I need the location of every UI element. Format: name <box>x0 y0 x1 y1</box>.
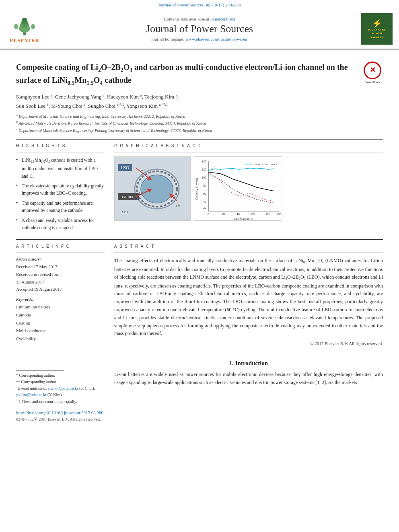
svg-point-13 <box>141 175 173 203</box>
highlights-section-header: H I G H L I G H T S <box>16 144 105 148</box>
logo-text-line3: SOURCES <box>370 36 383 39</box>
svg-point-4 <box>22 18 27 22</box>
journal-name-heading: Journal of Power Sources <box>47 23 352 35</box>
journal-citation-text: Journal of Power Sources 365 (2017) 249–… <box>158 2 241 7</box>
highlights-graphical-section: H I G H L I G H T S LiNi0.5Mn1.5O4 catho… <box>16 144 383 234</box>
svg-text:80: 80 <box>203 184 206 187</box>
svg-text:SEI: SEI <box>122 210 128 214</box>
graphical-abstract-content: LBO carbon SEI e⁻ <box>114 156 383 221</box>
journal-center-info: Contents lists available at ScienceDirec… <box>47 16 352 41</box>
ga-diagram: LBO carbon SEI e⁻ <box>114 156 191 221</box>
article-history-title: Article history: <box>16 257 105 261</box>
article-info-column: A R T I C L E I N F O Article history: R… <box>16 244 105 346</box>
article-info-header: A R T I C L E I N F O <box>16 244 105 249</box>
introduction-section: * Corresponding author. ** Corresponding… <box>16 354 383 422</box>
article-title-text: Composite coating of Li2O–2B2O3 and carb… <box>16 62 362 87</box>
crossmark-icon: ✕ <box>364 62 381 79</box>
footnote-separator <box>16 370 64 371</box>
doi-section: http://dx.doi.org/10.1016/j.jpowsour.201… <box>16 409 105 422</box>
highlights-list: LiNi0.5Mn1.5O4 cathode is coated with a … <box>16 156 105 231</box>
highlights-divider <box>16 152 105 152</box>
article-info-abstract-section: A R T I C L E I N F O Article history: R… <box>16 244 383 346</box>
footnote-email1-link[interactable]: shchoi@krict.re.kr <box>48 386 78 390</box>
footnote-corresponding: * Corresponding author. ** Corresponding… <box>16 372 105 405</box>
crossmark-badge[interactable]: ✕ CrossMark <box>362 62 383 84</box>
journal-homepage-link: journal homepage: www.elsevier.com/locat… <box>47 37 352 41</box>
intro-left-col: * Corresponding author. ** Corresponding… <box>16 360 105 422</box>
article-title-section: Composite coating of Li2O–2B2O3 and carb… <box>16 62 383 87</box>
abstract-copyright: © 2017 Elsevier B.V. All rights reserved… <box>114 341 383 346</box>
journal-logo-box: ⚡ JOURNAL OF POWER SOURCES <box>361 13 393 45</box>
svg-text:Li⁺: Li⁺ <box>176 204 181 208</box>
ga-chart: 140 120 100 80 60 40 20 <box>194 156 282 221</box>
highlight-item-4: A cheap and easily scalable process for … <box>16 217 105 232</box>
keywords-title: Keywords: <box>16 297 105 302</box>
footnote-area: * Corresponding author. ** Corresponding… <box>16 368 105 422</box>
svg-text:40: 40 <box>237 213 240 216</box>
intro-text: Li-ion batteries are widely used as powe… <box>114 371 383 387</box>
svg-text:Capacity (mAh/g): Capacity (mAh/g) <box>195 178 198 200</box>
graphical-abstract-divider <box>114 152 383 152</box>
article-info-divider <box>16 253 105 253</box>
authors-list: Kanghyeon Lee a, Gene Jaehyoung Yang a, … <box>16 92 383 111</box>
highlight-item-3: The capacity and rate performance are im… <box>16 199 105 214</box>
abstract-text: The coating effects of electronically an… <box>114 257 383 338</box>
copyright-footer: 0378-7753/© 2017 Elsevier B.V. All right… <box>16 417 101 421</box>
header-divider <box>16 139 383 140</box>
affiliations-list: a Department of Materials Science and En… <box>16 113 383 134</box>
footnote-email2-link[interactable]: ys.kim@inha.ac.kr <box>16 392 47 397</box>
graphical-abstract-column: G R A P H I C A L A B S T R A C T LBO ca… <box>114 144 383 234</box>
keywords-list: Lithium ion battery Cathode Coating Mult… <box>16 303 105 343</box>
logo-text-line1: JOURNAL OF <box>368 28 386 32</box>
svg-text:Li⁺: Li⁺ <box>139 191 144 195</box>
svg-text:100: 100 <box>276 213 281 216</box>
power-sources-logo: ⚡ JOURNAL OF POWER SOURCES <box>356 13 393 45</box>
received-revised-label: Received in revised form <box>16 272 61 277</box>
ga-chart-svg: 140 120 100 80 60 40 20 <box>194 157 282 221</box>
abstract-divider <box>114 253 383 253</box>
highlight-item-1: LiNi0.5Mn1.5O4 cathode is coated with a … <box>16 156 105 180</box>
science-direct-anchor[interactable]: ScienceDirect <box>210 16 235 21</box>
highlights-column: H I G H L I G H T S LiNi0.5Mn1.5O4 catho… <box>16 144 105 234</box>
svg-text:Cycles at 60°C: Cycles at 60°C <box>234 218 253 221</box>
article-history-content: Received 17 May 2017 Received in revised… <box>16 263 105 293</box>
accepted-date: Accepted 19 August 2017 <box>16 287 62 292</box>
svg-point-6 <box>31 24 35 29</box>
intro-right-col: 1. Introduction Li-ion batteries are wid… <box>114 360 383 422</box>
lightning-icon: ⚡ <box>372 18 382 28</box>
journal-header: ELSEVIER Contents lists available at Sci… <box>0 9 399 49</box>
svg-text:80: 80 <box>266 213 269 216</box>
ga-diagram-svg: LBO carbon SEI e⁻ <box>115 157 191 221</box>
svg-text:120: 120 <box>202 168 206 171</box>
svg-text:LBO: LBO <box>121 166 129 170</box>
svg-text:60: 60 <box>251 213 255 216</box>
received-revised-date: 15 August 2017 <box>16 279 44 284</box>
section-divider <box>16 239 383 240</box>
journal-citation-bar: Journal of Power Sources 365 (2017) 249–… <box>0 0 399 9</box>
science-direct-link: Contents lists available at ScienceDirec… <box>47 16 352 21</box>
performance-text: performance <box>316 291 341 296</box>
svg-text:carbon: carbon <box>122 195 135 199</box>
svg-text:e⁻: e⁻ <box>141 169 145 173</box>
elsevier-logo: ELSEVIER <box>6 14 43 44</box>
highlight-item-2: The elevated-temperature cyclability gre… <box>16 182 105 197</box>
main-content: Composite coating of Li2O–2B2O3 and carb… <box>0 49 399 429</box>
doi-link[interactable]: http://dx.doi.org/10.1016/j.jpowsour.201… <box>16 410 103 415</box>
intro-title: 1. Introduction <box>114 360 383 367</box>
svg-text:0: 0 <box>208 213 209 216</box>
received-date: Received 17 May 2017 <box>16 264 57 269</box>
svg-text:40: 40 <box>203 200 206 203</box>
intro-two-col: * Corresponding author. ** Corresponding… <box>16 360 383 422</box>
homepage-anchor[interactable]: www.elsevier.com/locate/jpowsour <box>185 37 247 41</box>
crossmark-label: CrossMark <box>365 80 380 84</box>
svg-text:100: 100 <box>202 176 206 179</box>
svg-text:20: 20 <box>203 206 206 209</box>
svg-text:LBO-C coated LNMO: LBO-C coated LNMO <box>254 163 277 166</box>
elsevier-tree-icon <box>10 14 39 37</box>
abstract-column: A B S T R A C T The coating effects of e… <box>114 244 383 346</box>
logo-text-line2: POWER <box>372 32 382 35</box>
graphical-abstract-header: G R A P H I C A L A B S T R A C T <box>114 144 383 148</box>
elsevier-brand-label: ELSEVIER <box>10 37 39 44</box>
svg-text:140: 140 <box>202 160 206 163</box>
svg-text:20: 20 <box>222 213 225 216</box>
